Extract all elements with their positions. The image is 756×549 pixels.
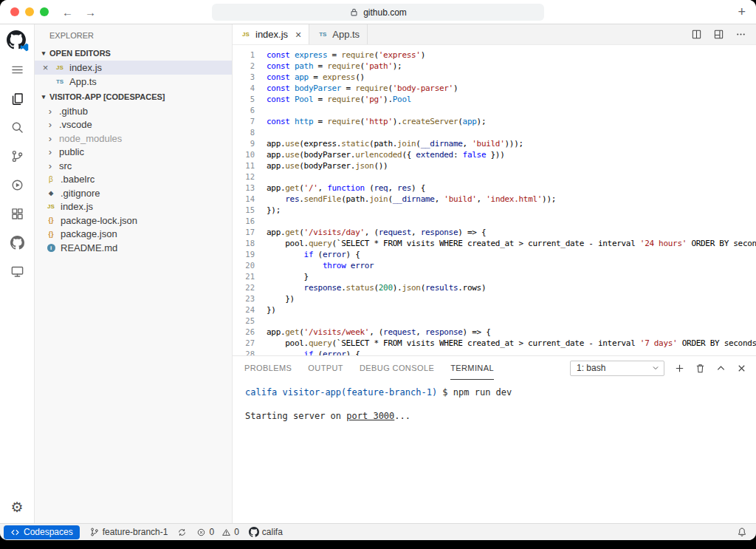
- open-editor-index.js[interactable]: ×JSindex.js: [35, 61, 232, 75]
- close-panel-icon[interactable]: [736, 363, 747, 374]
- folder-node_modules[interactable]: ›node_modules: [35, 132, 232, 146]
- back-button[interactable]: ←: [62, 6, 73, 18]
- folder-.vscode[interactable]: ›.vscode: [35, 118, 232, 132]
- line-number: 4: [233, 83, 267, 94]
- file-README.md[interactable]: iREADME.md: [35, 241, 232, 255]
- sync-changes-button[interactable]: [177, 528, 187, 537]
- new-tab-button[interactable]: +: [738, 5, 746, 18]
- workspace-header[interactable]: ▾ VISITOR-APP [CODESPACES]: [35, 89, 232, 104]
- github-account[interactable]: califa: [249, 527, 283, 537]
- terminal-shell-select[interactable]: 1: bash: [570, 361, 664, 376]
- editor-actions: [691, 24, 756, 44]
- chevron-right-icon: ›: [45, 146, 55, 157]
- line-number: 25: [233, 316, 267, 327]
- code-line: 2const path = require('path');: [233, 61, 756, 72]
- file-tree: ›.github›.vscode›node_modules›public›src…: [35, 104, 232, 255]
- chevron-down-icon: ▾: [38, 93, 49, 100]
- git-file-icon: ◆: [45, 190, 57, 197]
- minimize-window-button[interactable]: [25, 7, 34, 16]
- close-window-button[interactable]: [10, 7, 19, 16]
- open-editor-label: index.js: [69, 62, 102, 73]
- close-tab-icon[interactable]: ×: [295, 30, 301, 40]
- code-editor[interactable]: 1const express = require('express')2cons…: [233, 45, 756, 355]
- ts-file-icon: TS: [317, 31, 329, 38]
- code-line: 18 pool.query(`SELECT * FROM visits WHER…: [233, 238, 756, 249]
- tree-item-label: .vscode: [59, 119, 92, 130]
- panel-tab-output[interactable]: OUTPUT: [308, 356, 343, 380]
- codespaces-icon: [10, 528, 20, 537]
- editor-tabs: JSindex.js×TSApp.ts: [233, 24, 368, 44]
- tab-index.js[interactable]: JSindex.js×: [233, 24, 309, 44]
- vscode-workbench: ⚙ EXPLORER ▾ OPEN EDITORS ×JSindex.jsTSA…: [0, 24, 756, 523]
- folder-public[interactable]: ›public: [35, 146, 232, 160]
- code-text: const express = require('express'): [267, 50, 425, 61]
- explorer-icon[interactable]: [0, 84, 35, 113]
- line-number: 12: [233, 171, 267, 183]
- codespaces-status-button[interactable]: Codespaces: [4, 525, 80, 539]
- line-number: 28: [233, 349, 267, 355]
- code-line: 15});: [233, 205, 756, 216]
- workspace-label: VISITOR-APP [CODESPACES]: [49, 92, 165, 101]
- code-text: pool.query(`SELECT * FROM visits WHERE c…: [267, 238, 756, 249]
- settings-gear-icon[interactable]: ⚙: [10, 499, 23, 516]
- account-name: califa: [262, 527, 283, 537]
- panel-tab-problems[interactable]: PROBLEMS: [244, 356, 292, 380]
- lock-icon: [349, 7, 359, 17]
- line-number: 16: [233, 216, 267, 227]
- js-file-icon: JS: [240, 31, 252, 38]
- terminal-output[interactable]: califa visitor-app(feature-branch-1) $ n…: [233, 380, 756, 523]
- open-editor-App.ts[interactable]: TSApp.ts: [35, 75, 232, 89]
- code-text: pool.query(`SELECT * FROM visits WHERE c…: [267, 338, 756, 349]
- run-debug-icon[interactable]: [0, 171, 35, 200]
- line-number: 22: [233, 282, 267, 293]
- code-line: 3const app = express(): [233, 72, 756, 83]
- file-.gitignore[interactable]: ◆.gitignore: [35, 186, 232, 200]
- extensions-icon[interactable]: [0, 200, 35, 228]
- folder-.github[interactable]: ›.github: [35, 104, 232, 118]
- file-.babelrc[interactable]: β.babelrc: [35, 173, 232, 187]
- new-terminal-icon[interactable]: [674, 363, 685, 374]
- ts-file-icon: TS: [54, 78, 66, 85]
- code-text: app.use(express.static(path.join(__dirna…: [267, 138, 523, 149]
- line-number: 3: [233, 72, 267, 83]
- line-number: 7: [233, 116, 267, 127]
- more-actions-icon[interactable]: [735, 29, 746, 40]
- folder-src[interactable]: ›src: [35, 159, 232, 173]
- warning-icon: [221, 528, 231, 537]
- code-text: response.status(200).json(results.rows): [267, 282, 486, 293]
- remote-explorer-icon[interactable]: [0, 257, 35, 286]
- tree-item-label: README.md: [61, 242, 117, 253]
- browser-toolbar: ← → github.com +: [0, 0, 756, 24]
- split-editor-icon[interactable]: [691, 29, 702, 40]
- file-package.json[interactable]: {}package.json: [35, 228, 232, 242]
- menu-icon[interactable]: [0, 55, 35, 84]
- open-editors-header[interactable]: ▾ OPEN EDITORS: [35, 45, 232, 61]
- notifications-bell-icon[interactable]: [737, 527, 747, 537]
- zoom-window-button[interactable]: [40, 7, 49, 16]
- panel-tabs: PROBLEMSOUTPUTDEBUG CONSOLETERMINAL: [244, 356, 510, 380]
- panel-tab-terminal[interactable]: TERMINAL: [450, 356, 494, 380]
- code-text: app.use(bodyParser.json()): [267, 160, 388, 171]
- address-bar[interactable]: github.com: [212, 4, 544, 21]
- sidebar-title: EXPLORER: [35, 24, 232, 45]
- tab-App.ts[interactable]: TSApp.ts: [309, 24, 368, 44]
- terminal-line: Starting server on port 3000...: [245, 410, 756, 422]
- file-package-lock.json[interactable]: {}package-lock.json: [35, 214, 232, 228]
- source-control-icon[interactable]: [0, 142, 35, 171]
- panel-tab-debug-console[interactable]: DEBUG CONSOLE: [360, 356, 434, 380]
- kill-terminal-icon[interactable]: [695, 363, 706, 374]
- github-icon[interactable]: [0, 228, 35, 257]
- json-file-icon: {}: [45, 231, 57, 238]
- maximize-panel-icon[interactable]: [715, 363, 726, 374]
- js-file-icon: JS: [45, 203, 57, 210]
- panel-header: PROBLEMSOUTPUTDEBUG CONSOLETERMINAL 1: b…: [233, 356, 756, 380]
- search-icon[interactable]: [0, 113, 35, 142]
- code-line: 27 pool.query(`SELECT * FROM visits WHER…: [233, 338, 756, 349]
- customize-layout-icon[interactable]: [713, 29, 724, 40]
- problems-indicator[interactable]: 0 0: [196, 527, 238, 537]
- close-icon[interactable]: ×: [41, 63, 50, 72]
- forward-button[interactable]: →: [85, 6, 96, 18]
- code-text: }): [267, 293, 295, 304]
- branch-indicator[interactable]: feature-branch-1: [89, 527, 168, 537]
- file-index.js[interactable]: JSindex.js: [35, 200, 232, 214]
